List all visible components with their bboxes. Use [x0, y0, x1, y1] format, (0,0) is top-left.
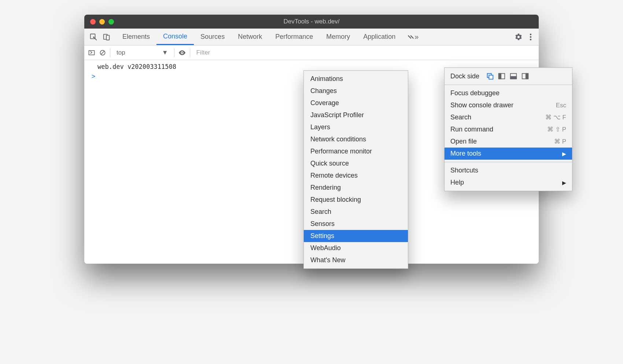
tab-sources[interactable]: Sources — [194, 29, 231, 45]
menu-item-search[interactable]: Search⌘ ⌥ F — [445, 111, 572, 123]
tab-memory[interactable]: Memory — [320, 29, 357, 45]
clear-console-icon[interactable] — [99, 49, 106, 56]
main-menu: Dock side — [444, 67, 572, 191]
tab-network[interactable]: Network — [231, 29, 269, 45]
dock-bottom-icon[interactable] — [509, 72, 517, 80]
context-selector-label: top — [117, 49, 125, 56]
device-toolbar-icon[interactable] — [103, 33, 111, 41]
submenu-arrow-icon: ▶ — [562, 180, 566, 186]
menu-item-label: Focus debuggee — [450, 89, 499, 97]
console-toolbar: top ▼ — [84, 45, 539, 60]
toggle-sidebar-icon[interactable] — [88, 49, 95, 56]
menu-item-shortcut: ⌘ P — [554, 138, 566, 145]
submenu-item-changes[interactable]: Changes — [304, 85, 408, 97]
toolbar-divider — [190, 48, 190, 57]
svg-rect-12 — [499, 74, 501, 79]
submenu-item-coverage[interactable]: Coverage — [304, 97, 408, 109]
submenu-item-remote-devices[interactable]: Remote devices — [304, 170, 408, 182]
menu-item-label: Help — [450, 179, 464, 186]
panel-tabs: ElementsConsoleSourcesNetworkPerformance… — [116, 29, 402, 45]
dock-right-icon[interactable] — [521, 72, 529, 80]
menu-item-shortcut: ⌘ ⇧ P — [547, 126, 566, 133]
menu-item-label: Shortcuts — [450, 167, 478, 174]
submenu-item-sensors[interactable]: Sensors — [304, 218, 408, 230]
menu-bottom-section: ShortcutsHelp▶ — [445, 162, 572, 191]
menu-item-help[interactable]: Help▶ — [445, 177, 572, 189]
menu-item-focus-debuggee[interactable]: Focus debuggee — [445, 87, 572, 99]
prompt-chevron-icon: > — [92, 73, 95, 80]
tab-elements[interactable]: Elements — [116, 29, 156, 45]
submenu-item-javascript-profiler[interactable]: JavaScript Profiler — [304, 109, 408, 121]
svg-rect-14 — [510, 77, 517, 79]
traffic-lights — [84, 19, 114, 25]
inspect-element-icon[interactable] — [89, 33, 97, 41]
menu-item-shortcut: ⌘ ⌥ F — [545, 114, 566, 121]
menu-item-label: Show console drawer — [450, 101, 513, 109]
menu-item-label: More tools — [450, 150, 481, 157]
more-tabs-icon[interactable]: » — [402, 29, 424, 45]
kebab-menu-icon[interactable] — [529, 33, 532, 41]
submenu-arrow-icon: ▶ — [562, 151, 566, 157]
titlebar: DevTools - web.dev/ — [84, 15, 539, 29]
menu-item-label: Run command — [450, 126, 493, 133]
dock-left-icon[interactable] — [498, 72, 506, 80]
filter-input[interactable] — [194, 48, 289, 58]
more-tools-submenu: AnimationsChangesCoverageJavaScript Prof… — [303, 70, 408, 269]
chevron-down-icon: ▼ — [162, 49, 168, 56]
panel-tabbar: ElementsConsoleSourcesNetworkPerformance… — [84, 29, 539, 45]
submenu-item-request-blocking[interactable]: Request blocking — [304, 194, 408, 206]
svg-rect-10 — [489, 75, 493, 79]
submenu-item-quick-source[interactable]: Quick source — [304, 157, 408, 170]
submenu-item-animations[interactable]: Animations — [304, 73, 408, 85]
minimize-window-button[interactable] — [99, 19, 105, 25]
submenu-item-settings[interactable]: Settings — [304, 230, 408, 242]
submenu-item-what-s-new[interactable]: What's New — [304, 254, 408, 266]
dock-side-label: Dock side — [450, 73, 479, 80]
devtools-window: DevTools - web.dev/ — [84, 15, 539, 264]
menu-item-show-console-drawer[interactable]: Show console drawerEsc — [445, 99, 572, 111]
submenu-item-performance-monitor[interactable]: Performance monitor — [304, 145, 408, 157]
submenu-item-network-conditions[interactable]: Network conditions — [304, 133, 408, 145]
menu-item-open-file[interactable]: Open file⌘ P — [445, 135, 572, 148]
close-window-button[interactable] — [90, 19, 96, 25]
tab-console[interactable]: Console — [156, 29, 194, 45]
svg-rect-16 — [526, 74, 528, 79]
context-selector[interactable]: top ▼ — [114, 48, 170, 57]
menu-item-run-command[interactable]: Run command⌘ ⇧ P — [445, 123, 572, 135]
menu-item-label: Open file — [450, 138, 477, 145]
toolbar-divider — [174, 48, 174, 57]
tab-performance[interactable]: Performance — [269, 29, 320, 45]
toolbar-divider — [110, 48, 110, 57]
menu-item-shortcuts[interactable]: Shortcuts — [445, 164, 572, 177]
settings-icon[interactable] — [515, 33, 523, 41]
live-expression-icon[interactable] — [178, 49, 186, 57]
dock-undock-icon[interactable] — [486, 72, 494, 80]
svg-point-3 — [530, 33, 532, 35]
svg-point-4 — [530, 36, 532, 38]
submenu-item-search[interactable]: Search — [304, 206, 408, 218]
submenu-item-webaudio[interactable]: WebAudio — [304, 242, 408, 254]
tab-application[interactable]: Application — [357, 29, 402, 45]
submenu-item-rendering[interactable]: Rendering — [304, 182, 408, 194]
svg-point-8 — [182, 52, 183, 53]
svg-point-5 — [530, 38, 532, 40]
menu-item-shortcut: Esc — [556, 102, 566, 109]
menu-item-label: Search — [450, 114, 471, 121]
menu-item-more-tools[interactable]: More tools▶ — [445, 148, 572, 160]
menu-main-section: Focus debuggeeShow console drawerEscSear… — [445, 85, 572, 162]
maximize-window-button[interactable] — [108, 19, 114, 25]
submenu-item-layers[interactable]: Layers — [304, 121, 408, 133]
dock-side-row: Dock side — [445, 70, 572, 82]
svg-rect-2 — [106, 35, 109, 40]
window-title: DevTools - web.dev/ — [84, 18, 539, 25]
